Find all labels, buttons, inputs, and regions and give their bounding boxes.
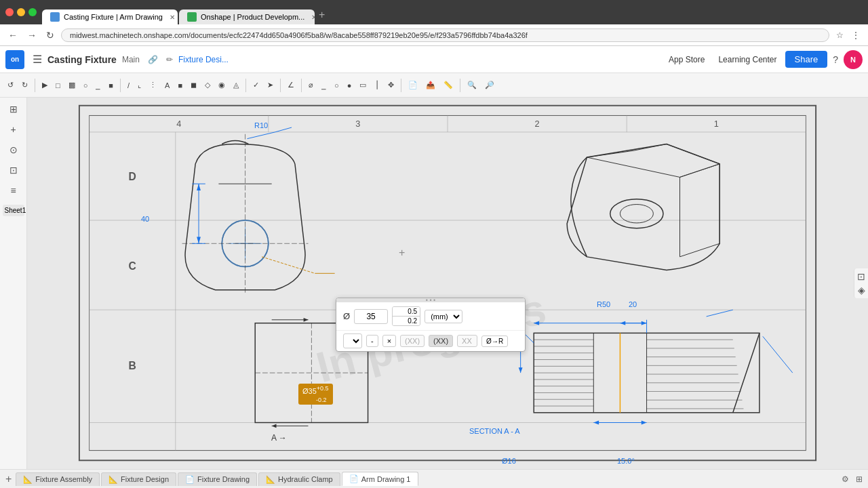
app-toolbar: on ☰ Casting Fixture Main 🔗 ✏ Fixture De…: [0, 46, 868, 73]
browser-tab-inactive[interactable]: Onshape | Product Developm... ✕: [179, 9, 315, 24]
detail-view-button[interactable]: ○: [80, 79, 92, 92]
crop-view-button[interactable]: ■: [105, 79, 117, 92]
hatch-button[interactable]: ✥: [384, 79, 397, 92]
browser-window-controls: [5, 8, 37, 16]
sidebar-instances-button[interactable]: ⊡: [6, 161, 21, 179]
measure-button[interactable]: 📏: [440, 79, 456, 92]
geometric-tol-button[interactable]: ■: [174, 79, 186, 92]
svg-text:C: C: [129, 260, 136, 272]
add-tab-button[interactable]: +: [3, 473, 14, 485]
panel-icon-2[interactable]: ◈: [857, 285, 865, 296]
panel-icon-1[interactable]: ⊡: [857, 271, 865, 282]
tab-close-button-2[interactable]: ✕: [311, 14, 315, 21]
table-button[interactable]: ◼: [187, 79, 200, 92]
dim-unit-select[interactable]: (mm) (in): [425, 310, 462, 323]
line-button[interactable]: /: [124, 79, 133, 92]
tab-fixture-assembly[interactable]: 📐 Fixture Assembly: [16, 472, 100, 486]
svg-line-36: [247, 132, 275, 139]
flag-button[interactable]: ➤: [264, 79, 277, 92]
sidebar-notes-button[interactable]: ≡: [7, 182, 19, 199]
export-button[interactable]: 📤: [422, 79, 439, 92]
fixture-design-link[interactable]: Fixture Desi...: [178, 55, 229, 64]
center-line-button[interactable]: ⋮: [146, 79, 160, 92]
settings-button[interactable]: ⋮: [849, 29, 863, 41]
dim-formula-btn[interactable]: Ø→R: [481, 336, 508, 347]
back-button[interactable]: ←: [5, 28, 20, 42]
drawing-area[interactable]: 4 3 2 1 D C B In progress: [27, 98, 868, 469]
angle-button[interactable]: ∠: [284, 79, 298, 92]
zoom-out-button[interactable]: 🔎: [481, 79, 498, 92]
learning-center-button[interactable]: Learning Center: [713, 52, 782, 67]
new-tab-button[interactable]: +: [316, 9, 328, 21]
redo-button[interactable]: ↻: [18, 79, 31, 92]
address-input[interactable]: [61, 28, 829, 42]
svg-line-38: [262, 257, 315, 273]
zoom-button[interactable]: 🔍: [464, 79, 480, 92]
sidebar-add-button[interactable]: +: [7, 121, 19, 138]
sidebar-parts-button[interactable]: ⊞: [6, 100, 21, 118]
tab-fixture-drawing[interactable]: 📄 Fixture Drawing: [178, 472, 257, 486]
sheet-tab-label: Sheet1: [5, 207, 26, 214]
svg-marker-72: [534, 321, 539, 325]
bottom-grid-icon[interactable]: ⊞: [853, 473, 865, 485]
dim-minus-btn[interactable]: -: [366, 335, 378, 347]
circle2-button[interactable]: ●: [344, 79, 355, 92]
file-button[interactable]: 📄: [405, 79, 421, 92]
spline-button[interactable]: ⎪: [371, 79, 383, 92]
dim40-label: 40: [141, 215, 149, 223]
user-avatar[interactable]: N: [844, 50, 863, 69]
views-button[interactable]: □: [52, 79, 64, 92]
surface-finish-button[interactable]: ◬: [230, 79, 242, 92]
separator-2: [120, 79, 121, 92]
dim20-top-label: 20: [629, 300, 637, 308]
app-shell: on ☰ Casting Fixture Main 🔗 ✏ Fixture De…: [0, 46, 868, 488]
forward-button[interactable]: →: [24, 28, 39, 42]
app-store-button[interactable]: App Store: [663, 52, 710, 67]
dim-x-btn[interactable]: ×: [382, 335, 396, 347]
crosshair-cursor: +: [399, 247, 405, 259]
hamburger-menu[interactable]: ☰: [30, 52, 45, 67]
dimensions-button[interactable]: A: [161, 79, 173, 92]
main-content: ⊞ + ⊙ ⊡ ≡ Sheet1: [0, 98, 868, 469]
bookmark-button[interactable]: ☆: [833, 29, 846, 41]
section-view-button[interactable]: ▩: [65, 79, 79, 92]
separator-6: [401, 79, 401, 92]
tab-fixture-design[interactable]: 📐 Fixture Design: [101, 472, 176, 486]
tol-plus-input[interactable]: [393, 307, 420, 317]
select-button[interactable]: ▶: [39, 79, 51, 92]
right-panel-icons: ⊡ ◈: [854, 268, 868, 298]
tab-close-button[interactable]: ✕: [170, 14, 175, 21]
undo-button[interactable]: ↺: [4, 79, 17, 92]
tab-hydraulic-clamp[interactable]: 📐 Hydraulic Clamp: [258, 472, 340, 486]
browser-tab-active[interactable]: Casting Fixture | Arm Drawing ✕: [42, 9, 178, 24]
dimension-popup[interactable]: • • • Ø (mm) (in) Ø: [336, 298, 526, 352]
diameter-dim-button[interactable]: ⌀: [305, 79, 317, 92]
circle-button[interactable]: ○: [331, 79, 342, 92]
share-button[interactable]: Share: [785, 51, 828, 68]
dim-foot-select[interactable]: Ø: [343, 333, 362, 348]
edit-button[interactable]: ✏: [163, 54, 176, 66]
close-window-button[interactable]: [5, 8, 14, 16]
sidebar-relations-button[interactable]: ⊙: [6, 141, 21, 159]
svg-text:3: 3: [355, 119, 360, 129]
sheet-tab[interactable]: Sheet1: [3, 205, 24, 216]
link-button[interactable]: 🔗: [145, 54, 161, 66]
gdt-button[interactable]: ◉: [215, 79, 229, 92]
help-button[interactable]: ?: [830, 52, 841, 68]
bottom-settings-icon[interactable]: ⚙: [839, 473, 852, 485]
tab-label-active: Casting Fixture | Arm Drawing: [64, 13, 163, 21]
svg-point-22: [222, 220, 269, 267]
rect-button[interactable]: ▭: [356, 79, 370, 92]
check-button[interactable]: ✓: [250, 79, 262, 92]
tol-minus-input[interactable]: [393, 317, 420, 325]
reload-button[interactable]: ↻: [43, 28, 57, 42]
svg-rect-42: [534, 333, 760, 412]
minimize-window-button[interactable]: [17, 8, 25, 16]
tab-arm-drawing[interactable]: 📄 Arm Drawing 1: [342, 472, 418, 486]
arc-button[interactable]: ⌞: [134, 79, 144, 92]
symbol-button[interactable]: ◇: [201, 79, 214, 92]
broken-view-button[interactable]: ⎯: [92, 79, 104, 92]
dim-value-input[interactable]: [354, 309, 388, 324]
linear-dim-button[interactable]: ⎯: [318, 79, 330, 92]
maximize-window-button[interactable]: [28, 8, 37, 16]
